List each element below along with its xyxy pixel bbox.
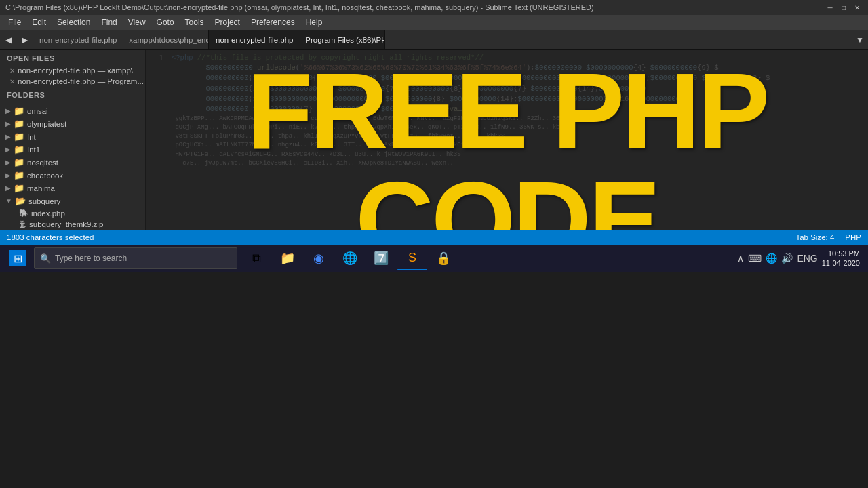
arrow-icon-int: ▶	[5, 133, 11, 140]
file-subquery-zip[interactable]: 🗜 subquery_themk9.zip	[0, 219, 145, 230]
editor-row: OPEN FILES ✕ non-encrypted-file.php — xa…	[0, 50, 868, 230]
tab-0[interactable]: non-encrypted-file.php — xampp\htdocs\ph…	[33, 30, 209, 49]
tray-time: 10:53 PM 11-04-2020	[822, 249, 860, 268]
taskbar-icons: ⧉ 📁 ◉ 🌐 7️⃣ S 🔒	[241, 246, 458, 270]
taskbar-search-icon: 🔍	[40, 253, 51, 264]
folder-label-omsai: omsai	[27, 107, 48, 115]
tray-date: 11-04-2020	[822, 258, 860, 268]
menu-item-file[interactable]: File	[3, 16, 26, 28]
code-line-0: <?php //*this-file-is-protected-by-copyr…	[172, 53, 864, 63]
maximize-button[interactable]: □	[838, 2, 849, 13]
folder-subquery[interactable]: ▼ 📂 subquery	[0, 195, 145, 207]
tab-nav-left[interactable]: ◀	[0, 30, 16, 49]
sublime-button[interactable]: S	[397, 246, 427, 270]
taskbar-search-box[interactable]: 🔍 Type here to search	[34, 247, 237, 269]
arrow-icon-int1: ▶	[5, 146, 11, 153]
tab-0-label: non-encrypted-file.php — xampp\htdocs\ph…	[39, 36, 209, 44]
folder-label-cheatbook: cheatbook	[27, 171, 63, 180]
taskbar: ⊞ 🔍 Type here to search ⧉ 📁 ◉ 🌐 7️⃣ S 🔒 …	[0, 245, 868, 272]
folder-int1[interactable]: ▶ 📁 Int1	[0, 143, 145, 156]
folder-icon-subquery: 📂	[15, 196, 26, 206]
tray-up-icon[interactable]: ∧	[737, 253, 744, 264]
statusbar-right: Tab Size: 4 PHP	[795, 233, 861, 241]
code-line-2: 0000000000{3} $0000000000{5};$0000000000…	[172, 73, 864, 83]
menubar: FileEditSelectionFindViewGotoToolsProjec…	[0, 15, 868, 30]
code-line-10: Hw7PTGiFe.. qALVrcsAiGMLFG.. RXEsyCs44V.…	[172, 150, 864, 159]
manager-button[interactable]: 7️⃣	[366, 246, 396, 270]
menu-item-view[interactable]: View	[123, 16, 151, 28]
open-file-0-close[interactable]: ✕	[9, 67, 15, 75]
tab-1-label: non-encrypted-file.php — Program Files (…	[216, 36, 385, 44]
folder-cheatbook[interactable]: ▶ 📁 cheatbook	[0, 169, 145, 182]
code-lines: <?php //*this-file-is-protected-by-copyr…	[167, 50, 868, 230]
statusbar: 1803 characters selected Tab Size: 4 PHP	[0, 230, 868, 245]
editor-area[interactable]: 1 <?php //*this-file-is-protected-by-cop…	[146, 50, 868, 230]
file-explorer-button[interactable]: 📁	[273, 246, 302, 270]
tab-overflow-button[interactable]: ▼	[852, 30, 868, 49]
code-line-9: pOCjHCXi.. mAILNKIT77MDyE.. nhgzu4.. kGz…	[172, 141, 864, 150]
task-view-button[interactable]: ⧉	[241, 246, 271, 270]
taskbar-tray: ∧ ⌨ 🌐 🔊 ENG 10:53 PM 11-04-2020	[732, 249, 865, 268]
minimize-button[interactable]: ─	[825, 2, 835, 13]
titlebar: C:\Program Files (x86)\PHP LockIt Demo\O…	[0, 0, 868, 15]
code-line-7: qOCjP XMg... bAFCOqFRkdISUPi.. niE.. k7E…	[172, 123, 864, 132]
menu-item-project[interactable]: Project	[210, 16, 245, 28]
titlebar-text: C:\Program Files (x86)\PHP LockIt Demo\O…	[5, 3, 594, 12]
folder-label-int: Int	[27, 133, 36, 141]
menu-item-find[interactable]: Find	[96, 16, 122, 28]
arrow-icon-subquery: ▼	[5, 197, 12, 205]
open-file-0[interactable]: ✕ non-encrypted-file.php — xampp\	[0, 65, 145, 76]
folder-omsai[interactable]: ▶ 📁 omsai	[0, 104, 145, 117]
security-button[interactable]: 🔒	[429, 246, 458, 270]
folder-label-nosqltest: nosqltest	[27, 159, 58, 167]
menu-item-tools[interactable]: Tools	[180, 16, 210, 28]
folder-nosqltest[interactable]: ▶ 📁 nosqltest	[0, 156, 145, 169]
folder-section: ▶ 📁 omsai ▶ 📁 olympiatest ▶ 📁 Int ▶ 📁	[0, 104, 145, 230]
open-file-1[interactable]: ✕ non-encrypted-file.php — Program...	[0, 76, 145, 87]
php-file-icon: 🐘	[19, 209, 28, 218]
folder-icon-int: 📁	[14, 131, 24, 142]
menu-item-preferences[interactable]: Preferences	[245, 16, 300, 28]
chrome-button[interactable]: ◉	[304, 246, 334, 270]
tray-network-icon: 🌐	[766, 253, 777, 264]
folder-int[interactable]: ▶ 📁 Int	[0, 130, 145, 143]
statusbar-left: 1803 characters selected	[7, 233, 94, 241]
window-controls: ─ □ ✕	[825, 2, 863, 13]
code-line-4: 0000000000{15};$0000000000 $0000000000{1…	[172, 94, 864, 104]
menu-item-help[interactable]: Help	[300, 16, 328, 28]
close-button[interactable]: ✕	[852, 2, 863, 13]
open-file-1-label: non-encrypted-file.php — Program...	[18, 77, 144, 85]
sidebar: OPEN FILES ✕ non-encrypted-file.php — xa…	[0, 50, 146, 230]
code-line-6: ygkTzBPP... AwKCRPMDAwTzBP... nIB... cdr…	[172, 115, 864, 123]
tray-keyboard-icon: ⌨	[748, 253, 762, 264]
start-button[interactable]: ⊞	[3, 246, 33, 270]
code-content: 1 <?php //*this-file-is-protected-by-cop…	[146, 50, 868, 230]
statusbar-tab-size: Tab Size: 4	[795, 233, 834, 241]
folder-mahima[interactable]: ▶ 📁 mahima	[0, 182, 145, 195]
folder-olympiatest[interactable]: ▶ 📁 olympiatest	[0, 117, 145, 130]
menu-item-edit[interactable]: Edit	[26, 16, 52, 28]
open-file-0-label: non-encrypted-file.php — xampp\	[18, 66, 133, 75]
folder-icon-cheatbook: 📁	[14, 170, 24, 180]
arrow-icon-nosqltest: ▶	[5, 159, 11, 166]
tab-spacer	[385, 30, 852, 49]
tray-lang-icon: ENG	[797, 253, 817, 264]
folder-icon-omsai: 📁	[14, 106, 24, 116]
menu-item-selection[interactable]: Selection	[52, 16, 96, 28]
arrow-icon-omsai: ▶	[5, 107, 11, 115]
tray-clock: 10:53 PM	[822, 249, 860, 258]
browser-button[interactable]: 🌐	[335, 246, 365, 270]
folder-label-int1: Int1	[27, 146, 40, 154]
folder-icon-nosqltest: 📁	[14, 157, 24, 167]
file-index-php[interactable]: 🐘 index.php	[0, 207, 145, 219]
menu-item-goto[interactable]: Goto	[151, 16, 180, 28]
content-area: ◀ ▶ non-encrypted-file.php — xampp\htdoc…	[0, 30, 868, 230]
arrow-icon-olympiatest: ▶	[5, 120, 11, 127]
tab-1[interactable]: non-encrypted-file.php — Program Files (…	[209, 30, 385, 49]
arrow-icon-mahima: ▶	[5, 184, 11, 192]
tab-nav-right[interactable]: ▶	[16, 30, 33, 49]
folder-label-olympiatest: olympiatest	[27, 120, 66, 128]
windows-icon: ⊞	[9, 250, 26, 266]
open-file-1-close[interactable]: ✕	[9, 78, 15, 85]
code-line-8: V8tFSSKFT FoluPhm03.. niE.. thpa.. khlIM…	[172, 132, 864, 141]
